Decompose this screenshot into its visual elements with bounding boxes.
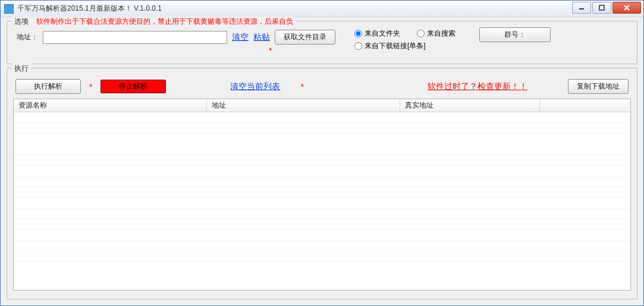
table-header: 资源名称 地址 真实地址 [14, 99, 630, 112]
radio-from-folder[interactable]: 来自文件夹 [354, 29, 400, 39]
table-row [14, 176, 630, 187]
title-bar: 千军万马解析器2015.1月最新版本！ V.1.0.0.1 [1, 1, 643, 17]
col-resource-name[interactable]: 资源名称 [14, 99, 207, 112]
copy-download-address-button[interactable]: 复制下载地址 [568, 79, 629, 94]
radio-from-single-link-input[interactable] [354, 42, 362, 50]
radio-from-single-link-label: 来自下载链接[单条] [365, 41, 426, 51]
execute-fieldset: 执行 执行解析 * 停止解析 清空当前列表 * 软件过时了？检查更新！！ 复制下… [7, 68, 637, 299]
address-label: 地址： [17, 32, 38, 42]
app-window: 千军万马解析器2015.1月最新版本！ V.1.0.0.1 选项 软件制作出于下… [0, 0, 644, 306]
col-address[interactable]: 地址 [207, 99, 400, 112]
close-button[interactable] [612, 2, 641, 14]
warning-text: 软件制作出于下载合法资源方便目的，禁止用于下载黄赌毒等违法资源，后果自负 [36, 17, 293, 26]
radio-from-single-link[interactable]: 来自下载链接[单条] [354, 41, 455, 51]
table-row [14, 123, 630, 134]
minimize-button[interactable] [572, 2, 591, 14]
col-real-address[interactable]: 真实地址 [400, 99, 540, 112]
radio-from-search-input[interactable] [417, 30, 425, 37]
table-row [14, 219, 630, 230]
execute-parse-button[interactable]: 执行解析 [15, 79, 81, 94]
execute-toolbar: 执行解析 * 停止解析 清空当前列表 * 软件过时了？检查更新！！ 复制下载地址 [13, 79, 631, 94]
options-legend: 选项 软件制作出于下载合法资源方便目的，禁止用于下载黄赌毒等违法资源，后果自负 [12, 17, 296, 27]
minimize-icon [579, 5, 585, 11]
table-row [14, 198, 630, 209]
table-body[interactable] [14, 112, 630, 290]
maximize-icon [599, 5, 605, 11]
table-row [14, 241, 630, 251]
window-controls [571, 2, 641, 14]
table-row [14, 251, 630, 262]
options-legend-text: 选项 [14, 17, 29, 26]
results-table: 资源名称 地址 真实地址 [13, 99, 631, 291]
paste-link[interactable]: 粘贴 [253, 32, 270, 43]
stop-parse-button[interactable]: 停止解析 [100, 80, 166, 93]
maximize-button[interactable] [592, 2, 611, 14]
table-row [14, 155, 630, 166]
table-row [14, 144, 630, 155]
table-row [14, 230, 630, 241]
col-extra[interactable] [540, 99, 630, 112]
clear-list-link[interactable]: 清空当前列表 [230, 81, 280, 92]
client-area: 选项 软件制作出于下载合法资源方便目的，禁止用于下载黄赌毒等违法资源，后果自负 … [1, 17, 643, 305]
execute-legend: 执行 [12, 64, 31, 74]
window-title: 千军万马解析器2015.1月最新版本！ V.1.0.0.1 [17, 4, 571, 14]
asterisk-exec-1: * [89, 82, 92, 92]
table-row [14, 134, 630, 144]
table-row [14, 187, 630, 198]
address-input[interactable] [43, 31, 227, 44]
svg-rect-1 [599, 5, 604, 10]
table-row [14, 112, 630, 123]
radio-from-folder-input[interactable] [354, 30, 362, 37]
asterisk-exec-2: * [300, 82, 303, 92]
fetch-directory-button[interactable]: 获取文件目录 [275, 30, 335, 45]
radio-from-folder-label: 来自文件夹 [365, 29, 400, 39]
check-update-link[interactable]: 软件过时了？检查更新！！ [428, 81, 527, 92]
options-fieldset: 选项 软件制作出于下载合法资源方便目的，禁止用于下载黄赌毒等违法资源，后果自负 … [7, 21, 637, 64]
app-icon [4, 4, 14, 14]
table-row [14, 166, 630, 176]
asterisk-mark: * [269, 46, 272, 55]
source-radio-group: 来自文件夹 来自搜索 来自下载链接[单条] [354, 29, 455, 51]
table-row [14, 209, 630, 219]
radio-from-search-label: 来自搜索 [427, 29, 455, 39]
close-icon [623, 5, 630, 11]
group-number-button[interactable]: 群号： [479, 27, 551, 42]
clear-link[interactable]: 清空 [232, 32, 249, 43]
radio-from-search[interactable]: 来自搜索 [417, 29, 455, 39]
